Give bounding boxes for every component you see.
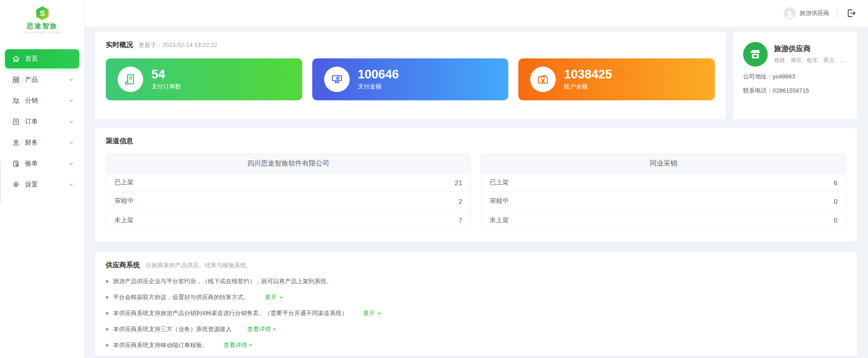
supplier-name: 旅游供应商 <box>774 44 846 54</box>
sidebar-item-label: 财务 <box>25 139 68 147</box>
logout-icon[interactable] <box>846 8 856 18</box>
stat-label: 支付订单数 <box>151 83 181 91</box>
sidebar-menu: 首页 产品 分销 <box>0 49 84 194</box>
expand-link-label: 展开 <box>265 293 277 301</box>
table-row: 未上架 7 <box>106 211 470 229</box>
channel-tables: 四川思途智旅软件有限公司 已上架 21 审核中 2 未上架 7 <box>106 153 846 230</box>
main-area: 旅游供应商 实时概况 更新于：2023-02-14 13:22:22 <box>85 0 868 358</box>
system-titlebar: 供应商系统 涉旅商家的产品供应、结算与核验系统。 <box>106 261 846 270</box>
brand-logo: S 思途智旅 Situ Intelligent Tourism <box>0 0 84 36</box>
stat-text: 100646 支付金额 <box>358 68 399 91</box>
channel-table-header: 同业采销 <box>481 154 846 173</box>
channel-table-company: 四川思途智旅软件有限公司 已上架 21 审核中 2 未上架 7 <box>106 153 471 230</box>
sidebar-item-home[interactable]: 首页 <box>5 49 79 68</box>
svg-text:S: S <box>40 9 45 18</box>
app-root: S 思途智旅 Situ Intelligent Tourism 首页 <box>0 0 868 358</box>
expand-link[interactable]: 展开 <box>265 293 284 301</box>
expand-link[interactable]: 展开 <box>363 309 382 317</box>
row-label: 已上架 <box>114 178 134 187</box>
view-details-link[interactable]: 查看详情 > <box>247 325 276 333</box>
bullet-text: 本供应商系统支持旅游产品分销到4种渠道进行分销售卖。（需要平台开通不同渠道系统） <box>113 309 347 317</box>
bullet-dot-icon <box>106 312 108 315</box>
channel-table-header: 四川思途智旅软件有限公司 <box>106 154 470 173</box>
row-value: 21 <box>455 179 462 187</box>
sidebar-item-finance[interactable]: 财务 <box>5 133 79 152</box>
system-bullet: 本供应商系统支持三方（业务）系统资源接入 查看详情 > <box>106 325 846 333</box>
chevron-down-icon <box>68 119 74 125</box>
sidebar: S 思途智旅 Situ Intelligent Tourism 首页 <box>0 0 85 358</box>
system-desc: 涉旅商家的产品供应、结算与核验系统。 <box>145 261 252 270</box>
row-value: 6 <box>834 179 837 187</box>
stat-label: 支付金额 <box>358 83 399 91</box>
bullet-text: 旅游产品供应企业与平台签约后，（线下或在线签约），就可以将产品上架到系统。 <box>113 277 332 285</box>
chevron-down-icon <box>68 98 74 104</box>
bullet-text: 平台会根据双方协议，设置好与供应商的结算方式。 <box>113 293 249 301</box>
sidebar-item-orders[interactable]: 订单 <box>5 112 79 131</box>
overview-title: 实时概况 <box>106 41 133 49</box>
topbar-username[interactable]: 旅游供应商 <box>800 9 829 17</box>
supplier-system-panel: 供应商系统 涉旅商家的产品供应、结算与核验系统。 旅游产品供应企业与平台签约后，… <box>95 252 857 356</box>
row-label: 审核中 <box>114 197 134 205</box>
people-icon <box>12 97 20 105</box>
sidebar-item-verify[interactable]: 验单 <box>5 154 79 173</box>
brand-logo-icon: S <box>35 5 50 21</box>
wallet-yuan-icon <box>530 67 556 92</box>
verify-document-icon <box>12 160 20 168</box>
row-label: 已上架 <box>490 178 509 187</box>
stat-text: 54 支付订单数 <box>151 68 181 91</box>
overview-updated-time: 更新于：2023-02-14 13:22:22 <box>139 41 217 49</box>
brand-name: 思途智旅 <box>0 22 84 31</box>
home-icon <box>12 55 20 63</box>
stat-card-paid-orders[interactable]: 54 支付订单数 <box>106 58 302 100</box>
realtime-overview-panel: 实时概况 更新于：2023-02-14 13:22:22 54 <box>95 32 726 119</box>
sidebar-item-products[interactable]: 产品 <box>5 70 79 89</box>
user-avatar[interactable] <box>784 7 796 19</box>
system-bullet: 本供应商系统支持移动端订单核验。 查看详情 > <box>106 341 846 349</box>
bullet-text: 本供应商系统支持移动端订单核验。 <box>113 341 208 349</box>
row-value: 0 <box>834 197 837 205</box>
chevron-down-icon <box>377 311 382 316</box>
stat-card-balance[interactable]: 1038425 账户余额 <box>518 58 715 100</box>
chevron-down-icon <box>279 295 284 300</box>
products-grid-icon <box>12 76 20 84</box>
sidebar-item-settings[interactable]: 设置 <box>5 175 79 194</box>
phone-label: 联系电话： <box>743 87 773 94</box>
table-row: 已上架 21 <box>106 173 470 192</box>
phone-value: 02861558715 <box>773 87 809 94</box>
finance-coin-icon <box>12 139 20 147</box>
settings-gear-icon <box>12 181 20 189</box>
channels-title: 渠道信息 <box>106 137 846 145</box>
stat-text: 1038425 账户余额 <box>564 68 612 91</box>
chevron-down-icon <box>68 161 74 166</box>
view-details-link[interactable]: 查看详情 > <box>223 341 252 349</box>
system-bullet: 平台会根据双方协议，设置好与供应商的结算方式。 展开 <box>106 293 846 301</box>
stat-card-paid-amount[interactable]: 100646 支付金额 <box>312 58 509 100</box>
overview-row: 实时概况 更新于：2023-02-14 13:22:22 54 <box>95 32 857 119</box>
table-row: 审核中 2 <box>106 192 470 211</box>
bullet-dot-icon <box>106 328 108 331</box>
order-document-icon <box>12 118 20 126</box>
sidebar-item-distribution[interactable]: 分销 <box>5 91 79 110</box>
system-bullet: 本供应商系统支持旅游产品分销到4种渠道进行分销售卖。（需要平台开通不同渠道系统）… <box>106 309 846 317</box>
bullet-dot-icon <box>106 344 108 347</box>
chevron-down-icon <box>68 77 74 83</box>
stat-label: 账户余额 <box>564 83 612 91</box>
chevron-down-icon <box>68 182 74 187</box>
left-edge-scrollbar[interactable] <box>0 162 0 205</box>
channel-table-peer: 同业采销 已上架 6 审核中 0 未上架 0 <box>481 153 846 230</box>
table-row: 审核中 0 <box>481 192 846 211</box>
supplier-phone: 联系电话：02861558715 <box>743 87 847 95</box>
bullet-dot-icon <box>106 280 108 283</box>
sidebar-item-label: 设置 <box>25 181 68 189</box>
sidebar-item-label: 分销 <box>25 97 68 105</box>
supplier-tags: 线路、酒店、租车、景点、团购... <box>774 57 846 64</box>
topbar: 旅游供应商 <box>85 0 868 26</box>
receipt-icon <box>118 67 143 92</box>
stat-cards: 54 支付订单数 100646 <box>106 58 715 100</box>
row-label: 审核中 <box>490 197 509 205</box>
address-value: ys48663 <box>773 73 795 80</box>
sidebar-item-label: 订单 <box>25 118 68 126</box>
stat-value: 1038425 <box>564 68 612 82</box>
sidebar-item-label: 产品 <box>25 76 68 84</box>
row-label: 未上架 <box>490 216 509 224</box>
